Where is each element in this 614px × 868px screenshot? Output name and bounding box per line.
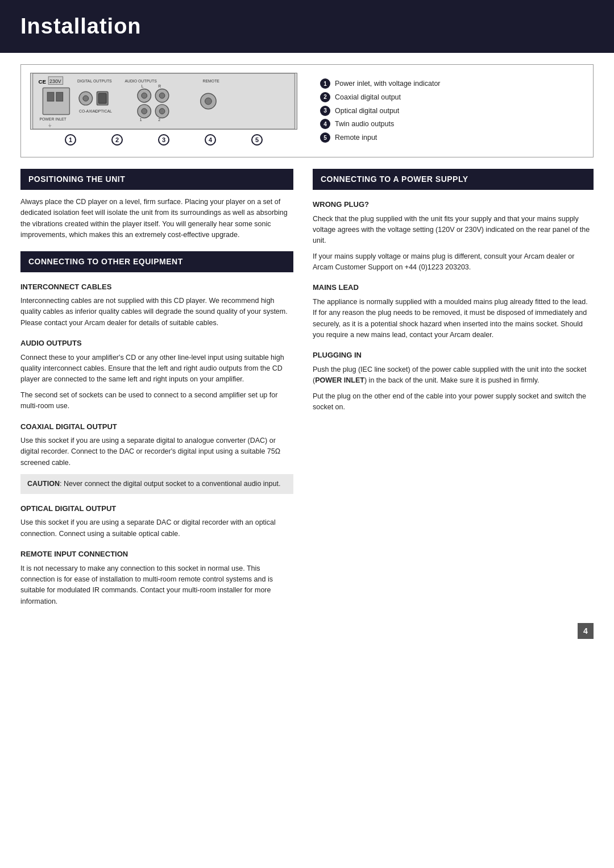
mains-lead-body: The appliance is normally supplied with …: [313, 297, 594, 341]
plugging-in-heading: PLUGGING IN: [313, 350, 594, 361]
svg-rect-13: [98, 93, 106, 103]
svg-text:CO-AXIAL: CO-AXIAL: [79, 109, 97, 113]
svg-point-31: [205, 98, 212, 105]
svg-text:AUDIO OUTPUTS: AUDIO OUTPUTS: [125, 79, 157, 83]
svg-text:CE: CE: [39, 78, 47, 85]
connecting-other-section-header: CONNECTING TO OTHER EQUIPMENT: [20, 251, 293, 272]
main-content: POSITIONING THE UNIT Always place the CD…: [0, 169, 614, 612]
interconnect-cables-body: Interconnecting cables are not supplied …: [20, 296, 293, 329]
diagram-num-5: 5: [251, 134, 263, 146]
legend-item-2: 2 Coaxial digital output: [320, 92, 441, 103]
diagram-area: CE 230V POWER INLET ⏚ DIGITAL OUTPUTS: [20, 64, 594, 157]
page-number-area: 4: [0, 612, 614, 650]
legend-item-3: 3 Optical digital output: [320, 106, 441, 117]
diagram-num-4: 4: [205, 134, 216, 146]
connecting-power-section-header: CONNECTING TO A POWER SUPPLY: [313, 169, 594, 190]
interconnect-cables-heading: INTERCONNECT CABLES: [20, 281, 293, 293]
audio-outputs-body1: Connect these to your amplifier's CD or …: [20, 352, 293, 385]
audio-outputs-body2: The second set of sockets can be used to…: [20, 390, 293, 412]
svg-rect-5: [47, 92, 54, 101]
svg-text:L: L: [142, 84, 144, 88]
diagram-num-1: 1: [65, 134, 76, 146]
svg-text:POWER INLET: POWER INLET: [39, 117, 67, 121]
positioning-body: Always place the CD player on a level, f…: [20, 197, 293, 241]
svg-text:OPTICAL: OPTICAL: [95, 109, 112, 113]
svg-text:2: 2: [158, 118, 160, 122]
plugging-in-body2: Put the plug on the other end of the cab…: [313, 391, 594, 413]
caution-box: CAUTION: Never connect the digital outpu…: [20, 474, 293, 494]
svg-point-22: [159, 93, 165, 98]
svg-point-26: [159, 109, 165, 114]
positioning-section-header: POSITIONING THE UNIT: [20, 169, 293, 190]
svg-text:230V: 230V: [49, 78, 61, 84]
wrong-plug-body1: Check that the plug supplied with the un…: [313, 214, 594, 247]
svg-point-24: [142, 109, 147, 114]
diagram-legend: 1 Power inlet, with voltage indicator 2 …: [320, 73, 441, 143]
legend-item-5: 5 Remote input: [320, 132, 441, 143]
optical-digital-heading: OPTICAL DIGITAL OUTPUT: [20, 503, 293, 514]
diagram-num-3: 3: [158, 134, 169, 146]
right-column: CONNECTING TO A POWER SUPPLY WRONG PLUG?…: [307, 169, 594, 612]
legend-item-1: 1 Power inlet, with voltage indicator: [320, 78, 441, 89]
legend-item-4: 4 Twin audio outputs: [320, 119, 441, 130]
svg-text:DIGITAL OUTPUTS: DIGITAL OUTPUTS: [77, 79, 112, 83]
plugging-in-body1: Push the plug (IEC line socket) of the p…: [313, 364, 594, 387]
rear-panel-diagram: CE 230V POWER INLET ⏚ DIGITAL OUTPUTS: [30, 73, 297, 146]
page-title: Installation: [20, 10, 594, 43]
audio-outputs-heading: AUDIO OUTPUTS: [20, 338, 293, 349]
svg-text:R: R: [158, 84, 161, 88]
coaxial-digital-heading: COAXIAL DIGITAL OUTPUT: [20, 421, 293, 433]
remote-input-body: It is not necessary to make any connecti…: [20, 563, 293, 608]
wrong-plug-body2: If your mains supply voltage or mains pl…: [313, 251, 594, 273]
svg-point-11: [83, 95, 89, 101]
svg-rect-6: [56, 92, 63, 101]
wrong-plug-heading: WRONG PLUG?: [313, 199, 594, 210]
diagram-num-2: 2: [111, 134, 123, 146]
remote-input-heading: REMOTE INPUT CONNECTION: [20, 549, 293, 560]
page-header: Installation: [0, 0, 614, 53]
coaxial-digital-body: Use this socket if you are using a separ…: [20, 435, 293, 468]
optical-digital-body: Use this socket if you are using a separ…: [20, 517, 293, 539]
left-column: POSITIONING THE UNIT Always place the CD…: [20, 169, 307, 612]
page-number: 4: [578, 623, 594, 639]
svg-text:1: 1: [140, 118, 142, 122]
svg-point-20: [142, 93, 147, 98]
svg-text:REMOTE: REMOTE: [203, 79, 220, 83]
mains-lead-heading: MAINS LEAD: [313, 282, 594, 293]
